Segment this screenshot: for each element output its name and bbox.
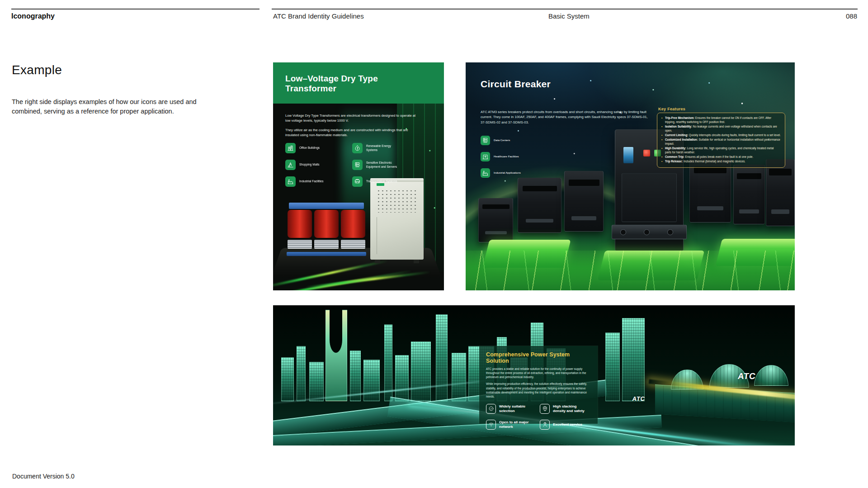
header-section-label: Iconography <box>11 12 55 20</box>
wireframe-building <box>309 362 324 401</box>
application-item: Office Buildings <box>285 143 352 153</box>
poster-title: Circuit Breaker <box>481 79 551 90</box>
transformer-coils <box>288 210 365 238</box>
breaker-product <box>564 171 604 232</box>
wireframe-building <box>297 346 306 401</box>
header-rule-left <box>11 9 259 9</box>
chassis-knob <box>620 229 626 235</box>
solution-overlay-card: Comprehensive Power System Solution ATC … <box>479 346 598 424</box>
poster-paragraph: Low Voltage Dry Type Transformers are el… <box>285 113 419 123</box>
wireframe-building <box>436 314 448 401</box>
key-feature-item: Trip Release: Includes thermal (bimetal)… <box>661 160 781 164</box>
feature-item: Widely suitable selection <box>486 404 537 414</box>
header-rule-right <box>272 9 858 9</box>
page-title: Example <box>12 63 62 77</box>
transformer-base-frame <box>287 252 366 256</box>
cabinet-vent-holes <box>377 189 417 213</box>
breaker-product <box>766 159 795 226</box>
healthcare-facilities-icon <box>481 152 490 161</box>
coil <box>288 210 312 238</box>
feature-item: Excellent service <box>540 420 591 430</box>
poster-title: Comprehensive Power System Solution <box>486 351 591 364</box>
industrial-applications-icon <box>481 168 490 178</box>
key-features-heading: Key Features <box>658 107 685 111</box>
application-item: Industrial Applications <box>481 168 521 178</box>
application-label: Healthcare Facilities <box>494 155 519 158</box>
document-version: Document Version 5.0 <box>12 473 75 480</box>
application-icon-grid: Office Buildings Renewable Energy System… <box>285 143 425 187</box>
atc-logo-small: ATC <box>632 395 646 402</box>
wireframe-building <box>363 360 380 401</box>
application-label: Office Buildings <box>299 146 320 150</box>
key-features-box: Trip-Free Mechanism: Ensures the breaker… <box>657 113 785 168</box>
chassis-knob <box>667 229 673 235</box>
transformer-enclosure-cabinet <box>370 178 424 260</box>
vent <box>288 240 312 249</box>
wireframe-building <box>395 355 409 401</box>
feature-grid: Widely suitable selection High stacking … <box>486 404 591 430</box>
application-label: Renewable Energy Systems <box>366 144 400 152</box>
transformer-top-frame <box>289 203 364 209</box>
feature-item: High stacking density and safety <box>540 404 591 414</box>
key-feature-item: Common Trip: Ensures all poles break eve… <box>661 155 781 159</box>
feature-label: Widely suitable selection <box>499 404 535 413</box>
page-description: The right side displays examples of how … <box>12 97 213 116</box>
wireframe-building <box>622 318 645 401</box>
wireframe-building <box>384 324 392 401</box>
chassis-knob <box>644 229 650 235</box>
cabinet-door-seam <box>377 217 377 254</box>
transformer-vents <box>288 240 365 249</box>
application-item: Data Centers <box>481 136 521 145</box>
glow-floor-decor <box>466 251 795 290</box>
application-item: Healthcare Facilities <box>481 152 521 161</box>
check-icon <box>486 404 496 414</box>
page-number: 088 <box>846 12 857 20</box>
breaker-product <box>518 178 561 233</box>
application-label: Sensitive Electronic Equipment and Serve… <box>366 161 400 169</box>
data-centers-icon <box>481 136 490 145</box>
application-item: Renewable Energy Systems <box>352 143 425 153</box>
industrial-facilities-icon <box>285 176 296 187</box>
key-feature-item: High Durability: Long service life, high… <box>661 147 781 154</box>
circuit-breaker-poster: Circuit Breaker ATC ATM3 series breakers… <box>466 62 795 290</box>
application-item: Sensitive Electronic Equipment and Serve… <box>352 160 425 170</box>
application-item: Transportation Systems <box>352 176 425 187</box>
wireframe-building <box>605 332 620 401</box>
coil <box>341 210 365 238</box>
renewable-energy-icon <box>352 143 363 153</box>
vent <box>341 240 365 249</box>
poster-header-band: Low–Voltage Dry Type Transformer <box>273 62 444 104</box>
key-feature-item: Isolation Suitability: No leakage curren… <box>661 125 781 133</box>
breaker-product <box>478 198 513 242</box>
feature-label: High stacking density and safety <box>553 404 589 413</box>
transformer-poster: Low–Voltage Dry Type Transformer Low Vol… <box>273 62 444 290</box>
feature-item: Open to all major network <box>486 420 537 430</box>
application-item: Industrial Facilities <box>285 176 352 187</box>
poster-paragraph: They utilize air as the cooling medium a… <box>285 128 419 138</box>
poster-paragraph: ATC provides a stable and reliable solut… <box>486 367 591 379</box>
key-feature-item: Trip-Free Mechanism: Ensures the breaker… <box>661 116 781 124</box>
network-icon <box>486 420 496 430</box>
feature-label: Open to all major network <box>499 420 535 429</box>
transportation-systems-icon <box>352 176 363 187</box>
key-feature-item: Customized Installation: Suitable for ve… <box>661 138 781 146</box>
breaker-label-panel <box>622 173 677 222</box>
application-label: Transportation Systems <box>366 180 397 184</box>
feature-label: Excellent service <box>553 422 582 427</box>
dry-type-transformer-product <box>287 203 366 256</box>
header-document-title: ATC Brand Identity Guidelines <box>273 12 364 20</box>
storage-dome <box>754 365 788 386</box>
breaker-display <box>623 147 633 163</box>
coil <box>314 210 339 238</box>
cabinet-foot <box>375 260 380 263</box>
application-label: Shopping Malls <box>299 163 319 167</box>
application-label: Industrial Facilities <box>299 180 323 184</box>
sensitive-electronics-icon <box>352 160 363 170</box>
breaker-off-button <box>643 150 650 156</box>
poster-paragraph: ATC ATM3 series breakers protect circuit… <box>481 109 649 125</box>
application-item: Shopping Malls <box>285 160 352 170</box>
application-icon-list: Data Centers Healthcare Facilities Indus… <box>481 136 521 178</box>
application-label: Industrial Applications <box>494 171 521 175</box>
header-chapter-label: Basic System <box>548 12 590 20</box>
office-buildings-icon <box>285 143 296 153</box>
